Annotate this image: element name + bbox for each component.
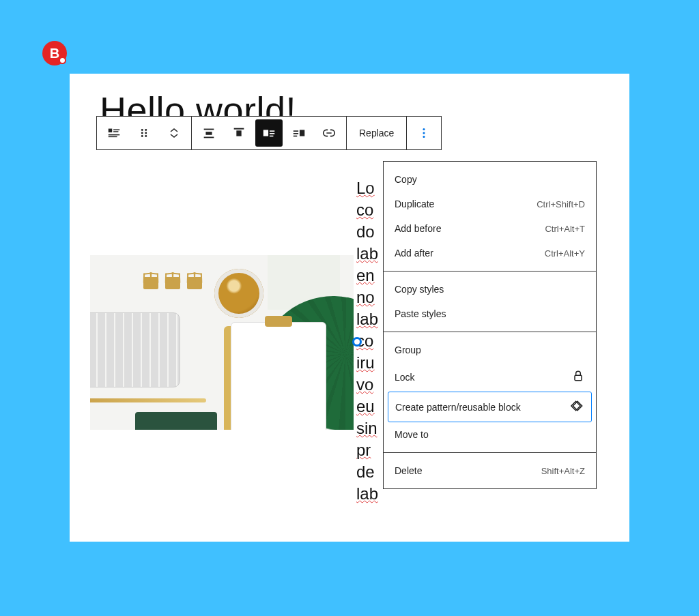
text-fragment: Lo: [356, 177, 384, 199]
menu-label: Add before: [395, 223, 442, 234]
toolbar-group-block: [97, 117, 192, 149]
svg-rect-19: [270, 136, 274, 137]
menu-delete[interactable]: Delete Shift+Alt+Z: [384, 458, 596, 483]
svg-rect-13: [204, 137, 214, 138]
svg-point-5: [141, 129, 143, 131]
svg-rect-17: [270, 130, 274, 132]
svg-rect-12: [205, 132, 212, 135]
toolbar-group-align: [192, 117, 347, 149]
menu-label: Lock: [395, 372, 415, 383]
text-fragment: do: [356, 221, 384, 243]
menu-group[interactable]: Group: [384, 338, 596, 362]
align-none-button[interactable]: [195, 119, 223, 147]
menu-lock[interactable]: Lock: [384, 362, 596, 392]
svg-point-10: [145, 135, 147, 137]
resize-handle[interactable]: [352, 337, 362, 347]
svg-rect-18: [270, 133, 274, 134]
menu-shortcut: Ctrl+Alt+T: [545, 224, 585, 234]
align-right-button[interactable]: [285, 119, 313, 147]
menu-label: Create pattern/reusable block: [395, 402, 521, 413]
block-toolbar: Replace: [96, 116, 442, 150]
svg-rect-15: [236, 130, 241, 136]
svg-rect-0: [109, 129, 113, 133]
svg-point-7: [141, 132, 143, 134]
svg-rect-4: [109, 136, 117, 138]
text-fragment: pr: [356, 439, 384, 461]
menu-label: Paste styles: [395, 308, 446, 319]
svg-rect-27: [575, 375, 582, 381]
notebook: NOTEBOOK: [135, 412, 217, 430]
text-fragment: lab: [356, 308, 384, 330]
text-fragment: de: [356, 461, 384, 483]
text-fragment: eu: [356, 396, 384, 417]
text-fragment: no: [356, 287, 384, 308]
svg-rect-20: [294, 130, 298, 132]
link-button[interactable]: [315, 119, 343, 147]
svg-rect-11: [204, 129, 214, 130]
menu-copy-styles[interactable]: Copy styles: [384, 277, 596, 302]
menu-label: Copy styles: [395, 284, 444, 295]
align-left-button[interactable]: [255, 119, 283, 147]
svg-rect-1: [113, 130, 119, 131]
text-fragment: co: [356, 199, 384, 221]
text-fragment: lab: [356, 243, 384, 265]
text-fragment: iru: [356, 352, 384, 374]
svg-rect-21: [294, 133, 298, 134]
svg-rect-2: [113, 131, 118, 132]
toolbar-group-replace: Replace: [347, 117, 407, 149]
menu-shortcut: Ctrl+Alt+Y: [545, 248, 585, 259]
pattern-icon: [571, 399, 584, 415]
menu-create-pattern[interactable]: Create pattern/reusable block: [388, 392, 592, 422]
menu-label: Move to: [395, 429, 429, 440]
svg-point-9: [141, 135, 143, 137]
logo: B: [42, 41, 67, 65]
svg-rect-22: [294, 136, 298, 137]
flatlay-image: NOTEBOOK: [90, 255, 354, 430]
text-fragment: vo: [356, 374, 384, 396]
editor-page: Hello world!: [70, 74, 629, 542]
svg-point-25: [423, 132, 425, 134]
menu-add-after[interactable]: Add after Ctrl+Alt+Y: [384, 241, 596, 265]
block-options-menu: Copy Duplicate Ctrl+Shift+D Add before C…: [383, 161, 597, 489]
svg-point-24: [423, 128, 425, 130]
svg-rect-14: [234, 128, 244, 130]
text-fragment: lab: [356, 483, 384, 505]
menu-label: Duplicate: [395, 199, 434, 209]
menu-label: Copy: [395, 174, 417, 185]
menu-add-before[interactable]: Add before Ctrl+Alt+T: [384, 216, 596, 241]
block-type-button[interactable]: [100, 119, 128, 147]
move-up-down[interactable]: [160, 119, 188, 147]
more-options-button[interactable]: [410, 119, 438, 147]
text-fragment: sin: [356, 417, 384, 439]
menu-paste-styles[interactable]: Paste styles: [384, 302, 596, 326]
svg-rect-3: [109, 134, 120, 136]
align-top-button[interactable]: [225, 119, 253, 147]
menu-shortcut: Shift+Alt+Z: [541, 466, 585, 476]
menu-move-to[interactable]: Move to: [384, 422, 596, 447]
menu-label: Group: [395, 344, 421, 355]
image-block[interactable]: NOTEBOOK: [90, 255, 354, 430]
drag-handle[interactable]: [130, 119, 158, 147]
svg-point-6: [145, 129, 147, 131]
svg-rect-23: [300, 130, 304, 136]
menu-copy[interactable]: Copy: [384, 167, 596, 192]
menu-label: Add after: [395, 248, 433, 259]
text-fragment: en: [356, 265, 384, 287]
svg-rect-16: [263, 130, 268, 136]
svg-point-8: [145, 132, 147, 134]
lock-icon: [571, 369, 585, 385]
replace-button[interactable]: Replace: [349, 119, 404, 147]
menu-shortcut: Ctrl+Shift+D: [537, 199, 585, 209]
svg-point-26: [423, 136, 425, 138]
toolbar-group-more: [407, 117, 441, 149]
menu-duplicate[interactable]: Duplicate Ctrl+Shift+D: [384, 192, 596, 216]
menu-label: Delete: [395, 465, 422, 476]
